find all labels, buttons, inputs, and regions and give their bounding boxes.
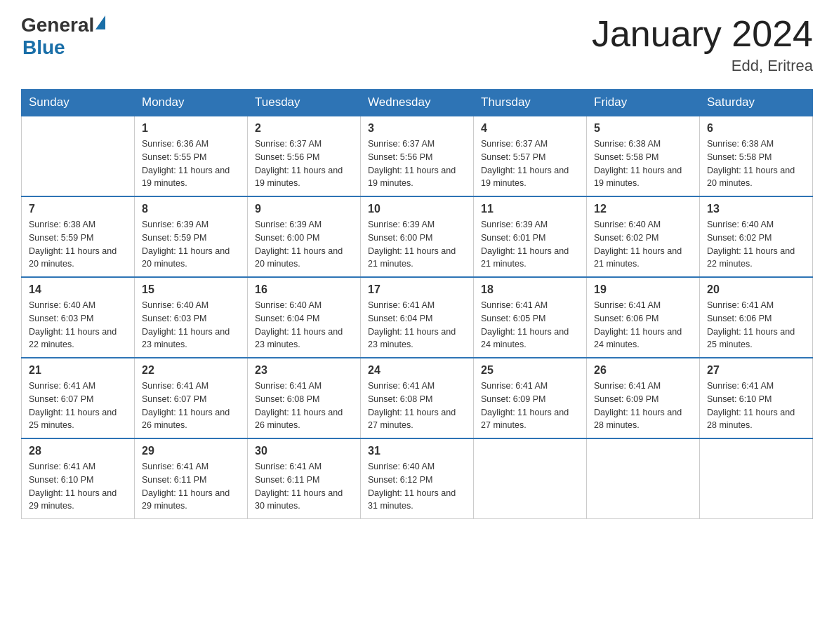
header-tuesday: Tuesday [248, 90, 361, 116]
day-info: Sunrise: 6:40 AMSunset: 6:04 PMDaylight:… [255, 299, 353, 351]
calendar-cell: 2Sunrise: 6:37 AMSunset: 5:56 PMDaylight… [248, 116, 361, 196]
day-info: Sunrise: 6:41 AMSunset: 6:06 PMDaylight:… [707, 299, 805, 351]
day-info: Sunrise: 6:41 AMSunset: 6:09 PMDaylight:… [594, 380, 692, 432]
logo-blue-text: Blue [22, 36, 65, 59]
day-number: 25 [481, 364, 579, 377]
calendar-cell [587, 438, 700, 519]
calendar-cell: 3Sunrise: 6:37 AMSunset: 5:56 PMDaylight… [361, 116, 474, 196]
header-thursday: Thursday [474, 90, 587, 116]
calendar-cell: 29Sunrise: 6:41 AMSunset: 6:11 PMDayligh… [135, 438, 248, 519]
calendar-cell: 21Sunrise: 6:41 AMSunset: 6:07 PMDayligh… [22, 358, 135, 438]
day-info: Sunrise: 6:41 AMSunset: 6:11 PMDaylight:… [142, 460, 240, 513]
day-number: 11 [481, 203, 579, 215]
day-number: 23 [255, 364, 353, 377]
day-info: Sunrise: 6:41 AMSunset: 6:10 PMDaylight:… [707, 380, 805, 432]
day-number: 14 [29, 283, 127, 296]
day-info: Sunrise: 6:41 AMSunset: 6:07 PMDaylight:… [142, 380, 240, 432]
calendar-cell: 25Sunrise: 6:41 AMSunset: 6:09 PMDayligh… [474, 358, 587, 438]
calendar-cell: 16Sunrise: 6:40 AMSunset: 6:04 PMDayligh… [248, 277, 361, 358]
day-info: Sunrise: 6:41 AMSunset: 6:08 PMDaylight:… [255, 380, 353, 432]
day-number: 19 [594, 283, 692, 296]
day-number: 4 [481, 122, 579, 135]
day-info: Sunrise: 6:41 AMSunset: 6:09 PMDaylight:… [481, 380, 579, 432]
day-info: Sunrise: 6:39 AMSunset: 6:01 PMDaylight:… [481, 218, 579, 271]
month-title: January 2024 [592, 14, 813, 54]
day-number: 24 [368, 364, 466, 377]
day-info: Sunrise: 6:39 AMSunset: 6:00 PMDaylight:… [368, 218, 466, 271]
day-info: Sunrise: 6:39 AMSunset: 6:00 PMDaylight:… [255, 218, 353, 271]
day-number: 2 [255, 122, 353, 135]
day-info: Sunrise: 6:41 AMSunset: 6:04 PMDaylight:… [368, 299, 466, 351]
day-number: 28 [29, 445, 127, 457]
calendar-cell: 19Sunrise: 6:41 AMSunset: 6:06 PMDayligh… [587, 277, 700, 358]
day-info: Sunrise: 6:37 AMSunset: 5:57 PMDaylight:… [481, 137, 579, 190]
day-info: Sunrise: 6:41 AMSunset: 6:11 PMDaylight:… [255, 460, 353, 513]
day-info: Sunrise: 6:40 AMSunset: 6:03 PMDaylight:… [29, 299, 127, 351]
calendar-cell: 4Sunrise: 6:37 AMSunset: 5:57 PMDaylight… [474, 116, 587, 196]
day-number: 31 [368, 445, 466, 457]
calendar-cell: 18Sunrise: 6:41 AMSunset: 6:05 PMDayligh… [474, 277, 587, 358]
day-number: 3 [368, 122, 466, 135]
logo-triangle-icon [95, 15, 105, 29]
day-info: Sunrise: 6:41 AMSunset: 6:08 PMDaylight:… [368, 380, 466, 432]
day-info: Sunrise: 6:40 AMSunset: 6:02 PMDaylight:… [594, 218, 692, 271]
day-number: 5 [594, 122, 692, 135]
day-info: Sunrise: 6:41 AMSunset: 6:06 PMDaylight:… [594, 299, 692, 351]
day-number: 21 [29, 364, 127, 377]
header-monday: Monday [135, 90, 248, 116]
calendar-cell: 17Sunrise: 6:41 AMSunset: 6:04 PMDayligh… [361, 277, 474, 358]
calendar-cell: 6Sunrise: 6:38 AMSunset: 5:58 PMDaylight… [700, 116, 813, 196]
calendar-cell: 11Sunrise: 6:39 AMSunset: 6:01 PMDayligh… [474, 196, 587, 277]
calendar-week-row: 1Sunrise: 6:36 AMSunset: 5:55 PMDaylight… [22, 116, 813, 196]
calendar-cell: 10Sunrise: 6:39 AMSunset: 6:00 PMDayligh… [361, 196, 474, 277]
day-number: 8 [142, 203, 240, 215]
day-number: 9 [255, 203, 353, 215]
calendar-cell: 12Sunrise: 6:40 AMSunset: 6:02 PMDayligh… [587, 196, 700, 277]
day-info: Sunrise: 6:38 AMSunset: 5:58 PMDaylight:… [594, 137, 692, 190]
title-section: January 2024 Edd, Eritrea [592, 14, 813, 75]
day-info: Sunrise: 6:41 AMSunset: 6:10 PMDaylight:… [29, 460, 127, 513]
page-header: General Blue January 2024 Edd, Eritrea [21, 14, 813, 75]
day-number: 27 [707, 364, 805, 377]
calendar-cell: 26Sunrise: 6:41 AMSunset: 6:09 PMDayligh… [587, 358, 700, 438]
day-number: 15 [142, 283, 240, 296]
location-title: Edd, Eritrea [592, 57, 813, 75]
day-number: 30 [255, 445, 353, 457]
calendar-table: SundayMondayTuesdayWednesdayThursdayFrid… [21, 89, 813, 519]
calendar-cell [22, 116, 135, 196]
calendar-week-row: 14Sunrise: 6:40 AMSunset: 6:03 PMDayligh… [22, 277, 813, 358]
calendar-cell [700, 438, 813, 519]
calendar-header-row: SundayMondayTuesdayWednesdayThursdayFrid… [22, 90, 813, 116]
calendar-cell: 27Sunrise: 6:41 AMSunset: 6:10 PMDayligh… [700, 358, 813, 438]
calendar-week-row: 7Sunrise: 6:38 AMSunset: 5:59 PMDaylight… [22, 196, 813, 277]
calendar-cell: 30Sunrise: 6:41 AMSunset: 6:11 PMDayligh… [248, 438, 361, 519]
day-number: 12 [594, 203, 692, 215]
calendar-cell [474, 438, 587, 519]
logo-general-text: General [21, 14, 94, 36]
calendar-cell: 28Sunrise: 6:41 AMSunset: 6:10 PMDayligh… [22, 438, 135, 519]
calendar-cell: 5Sunrise: 6:38 AMSunset: 5:58 PMDaylight… [587, 116, 700, 196]
calendar-cell: 24Sunrise: 6:41 AMSunset: 6:08 PMDayligh… [361, 358, 474, 438]
day-number: 10 [368, 203, 466, 215]
day-info: Sunrise: 6:38 AMSunset: 5:58 PMDaylight:… [707, 137, 805, 190]
day-info: Sunrise: 6:41 AMSunset: 6:05 PMDaylight:… [481, 299, 579, 351]
calendar-cell: 23Sunrise: 6:41 AMSunset: 6:08 PMDayligh… [248, 358, 361, 438]
day-info: Sunrise: 6:41 AMSunset: 6:07 PMDaylight:… [29, 380, 127, 432]
day-number: 20 [707, 283, 805, 296]
calendar-cell: 7Sunrise: 6:38 AMSunset: 5:59 PMDaylight… [22, 196, 135, 277]
day-number: 29 [142, 445, 240, 457]
day-info: Sunrise: 6:40 AMSunset: 6:03 PMDaylight:… [142, 299, 240, 351]
day-number: 17 [368, 283, 466, 296]
logo: General Blue [21, 14, 105, 59]
day-number: 26 [594, 364, 692, 377]
calendar-cell: 15Sunrise: 6:40 AMSunset: 6:03 PMDayligh… [135, 277, 248, 358]
day-number: 13 [707, 203, 805, 215]
calendar-cell: 8Sunrise: 6:39 AMSunset: 5:59 PMDaylight… [135, 196, 248, 277]
day-info: Sunrise: 6:36 AMSunset: 5:55 PMDaylight:… [142, 137, 240, 190]
day-info: Sunrise: 6:39 AMSunset: 5:59 PMDaylight:… [142, 218, 240, 271]
calendar-week-row: 21Sunrise: 6:41 AMSunset: 6:07 PMDayligh… [22, 358, 813, 438]
day-info: Sunrise: 6:37 AMSunset: 5:56 PMDaylight:… [368, 137, 466, 190]
calendar-cell: 9Sunrise: 6:39 AMSunset: 6:00 PMDaylight… [248, 196, 361, 277]
calendar-cell: 14Sunrise: 6:40 AMSunset: 6:03 PMDayligh… [22, 277, 135, 358]
day-number: 1 [142, 122, 240, 135]
